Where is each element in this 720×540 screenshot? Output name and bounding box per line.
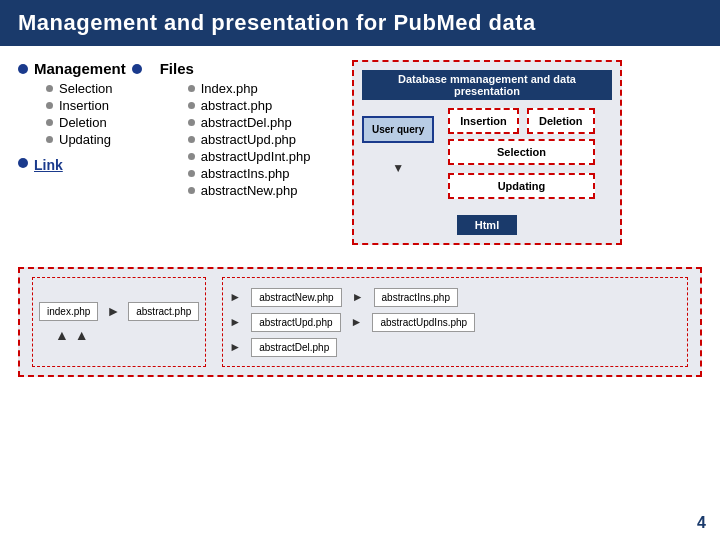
bottom-file-ins: abstractIns.php [374, 288, 458, 307]
file-item-1: abstract.php [188, 98, 311, 113]
bullet-updating [46, 136, 53, 143]
bottom-file-del: abstractDel.php [251, 338, 337, 357]
sub-item-selection: Selection [46, 81, 142, 96]
bullet-file-4 [188, 153, 195, 160]
diagram-title: Database mmanagement and data presentati… [362, 70, 612, 100]
arrow-del: ► [229, 340, 241, 354]
bullet-deletion [46, 119, 53, 126]
deletion-box: Deletion [527, 108, 595, 134]
sub-item-insertion: Insertion [46, 98, 142, 113]
updating-box: Updating [448, 173, 594, 199]
management-sub-list: Selection Insertion Deletion Updating [46, 81, 142, 147]
file-item-0: Index.php [188, 81, 311, 96]
bottom-right-row-0: ► abstractNew.php ► abstractIns.php [229, 288, 681, 307]
bottom-file-updins: abstractUpdIns.php [372, 313, 475, 332]
insertion-box: Insertion [448, 108, 518, 134]
bottom-file-upd: abstractUpd.php [251, 313, 340, 332]
arrow-index-abstract: ► [106, 303, 120, 319]
bullet-file-1 [188, 102, 195, 109]
bullet-selection [46, 85, 53, 92]
arrow-new-ins: ► [352, 290, 364, 304]
bullet-file-5 [188, 170, 195, 177]
page-title: Management and presentation for PubMed d… [0, 0, 720, 46]
selection-box: Selection [448, 139, 594, 165]
html-box: Html [457, 215, 517, 235]
bullet-management [18, 64, 28, 74]
bullet-file-0 [188, 85, 195, 92]
page-number: 4 [697, 514, 706, 532]
file-item-2: abstractDel.php [188, 115, 311, 130]
bottom-right-row-2: ► abstractDel.php [229, 338, 681, 357]
management-title: Management [18, 60, 142, 77]
bottom-file-index: index.php [39, 302, 98, 321]
bullet-file-6 [188, 187, 195, 194]
files-sub-list: Index.php abstract.php abstractDel.php a… [188, 81, 311, 198]
user-query-box: User query [362, 116, 434, 143]
management-section: Management Selection Insertion Deletion [18, 60, 142, 204]
diagram-area: Database mmanagement and data presentati… [352, 60, 702, 245]
bottom-file-new: abstractNew.php [251, 288, 342, 307]
file-item-5: abstractIns.php [188, 166, 311, 181]
arrow-new: ► [229, 290, 241, 304]
arrow-upd-ins: ► [351, 315, 363, 329]
sub-item-deletion: Deletion [46, 115, 142, 130]
file-item-4: abstractUpdInt.php [188, 149, 311, 164]
bottom-diagram: index.php ► abstract.php ▲ ▲ ► abstractN… [18, 267, 702, 377]
bullet-insertion [46, 102, 53, 109]
bullet-file-2 [188, 119, 195, 126]
files-title: Files [160, 60, 311, 77]
arrow-upd: ► [229, 315, 241, 329]
file-item-3: abstractUpd.php [188, 132, 311, 147]
bottom-file-abstract: abstract.php [128, 302, 199, 321]
bullet-file-3 [188, 136, 195, 143]
files-section: Files Index.php abstract.php abstractDel… [160, 60, 311, 204]
bottom-right-row-1: ► abstractUpd.php ► abstractUpdIns.php [229, 313, 681, 332]
sub-item-updating: Updating [46, 132, 142, 147]
bullet-link [18, 158, 28, 168]
bullet-management-2 [132, 64, 142, 74]
left-column: Management Selection Insertion Deletion [18, 60, 338, 245]
main-diagram: Database mmanagement and data presentati… [352, 60, 622, 245]
link-section: Link [18, 153, 142, 173]
file-item-6: abstractNew.php [188, 183, 311, 198]
